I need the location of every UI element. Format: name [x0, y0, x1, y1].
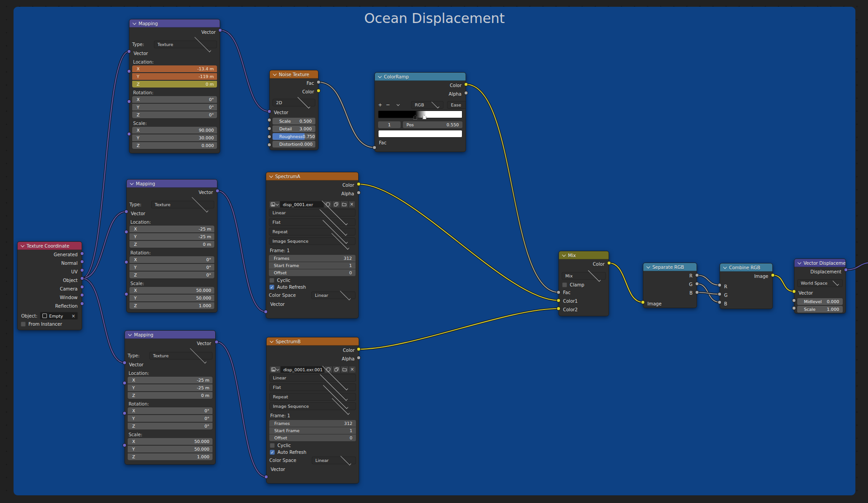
socket-noise-color-out[interactable] — [317, 89, 321, 93]
socket-noise-vector-in[interactable] — [268, 110, 272, 114]
axis-field-x[interactable]: X0° — [132, 96, 217, 103]
unlink-button[interactable]: × — [348, 201, 356, 208]
field-offset[interactable]: Offset0 — [269, 269, 356, 276]
collapse-chevron-icon[interactable] — [21, 243, 24, 247]
collapse-chevron-icon[interactable] — [798, 260, 801, 264]
remove-stop-button[interactable]: − — [386, 102, 390, 108]
axis-field-z[interactable]: Z0 m — [132, 81, 217, 88]
collapse-chevron-icon[interactable] — [723, 265, 727, 268]
axis-field-z[interactable]: Z0 m — [129, 241, 214, 248]
socket-colorramp-color-out[interactable] — [464, 83, 468, 87]
socket-mapping1-vector-out[interactable] — [218, 28, 222, 32]
socket-mapping2-vector-out[interactable] — [216, 189, 220, 193]
collapse-chevron-icon[interactable] — [128, 332, 132, 336]
field-start-frame[interactable]: Start Frame1 — [269, 427, 356, 434]
socket-noise-roughness-in[interactable] — [268, 135, 272, 139]
field-offset[interactable]: Offset0 — [269, 434, 356, 441]
node-header[interactable]: Noise Texture — [270, 70, 318, 78]
axis-field-y[interactable]: Y0° — [128, 415, 212, 422]
socket-texture-coordinate-window[interactable] — [80, 293, 84, 297]
collapse-chevron-icon[interactable] — [646, 264, 650, 268]
socket-mapping2-rotation-in[interactable] — [125, 260, 129, 264]
socket-mapping3-scale-in[interactable] — [123, 443, 127, 448]
object-field[interactable]: Empty× — [40, 312, 78, 320]
axis-field-x[interactable]: X0° — [128, 407, 212, 414]
duplicate-button[interactable] — [332, 201, 340, 208]
node-editor-canvas[interactable]: Ocean Displacement Texture CoordinateGen… — [0, 0, 868, 503]
socket-texture-coordinate-reflection[interactable] — [80, 302, 84, 306]
axis-field-z[interactable]: Z0° — [129, 272, 214, 278]
ramp-stop-1[interactable] — [422, 115, 426, 120]
ramp-pos-field[interactable]: Pos0.550 — [403, 121, 462, 128]
axis-field-y[interactable]: Y50.000 — [129, 295, 214, 301]
axis-field-y[interactable]: Y-119 m — [132, 73, 217, 80]
axis-field-x[interactable]: X90.000 — [132, 127, 217, 134]
collapse-chevron-icon[interactable] — [269, 174, 273, 177]
dropdown-texture[interactable]: Texture — [154, 41, 217, 48]
socket-combine-rgb-r-in[interactable] — [718, 283, 722, 287]
ramp-options-chevron-icon[interactable] — [397, 103, 400, 106]
image-browse-button[interactable] — [269, 201, 280, 208]
socket-vector-displacement-vector-in[interactable] — [792, 290, 796, 294]
socket-noise-fac-out[interactable] — [317, 80, 321, 84]
socket-separate-rgb-g-out[interactable] — [695, 282, 699, 286]
checkbox-cyclic[interactable] — [269, 278, 274, 283]
socket-mapping3-rotation-in[interactable] — [123, 411, 127, 415]
dropdown-interpolation[interactable]: Ease — [447, 101, 466, 109]
socket-spectrumb-color-out[interactable] — [357, 347, 361, 351]
field-start-frame[interactable]: Start Frame1 — [269, 262, 356, 269]
socket-mapping1-rotation-in[interactable] — [127, 100, 131, 104]
checkbox-auto-refresh[interactable]: ✓ — [270, 450, 275, 455]
socket-mapping2-scale-in[interactable] — [125, 292, 129, 296]
socket-mapping3-vector-in[interactable] — [123, 361, 127, 365]
node-header[interactable]: Combine RGB — [720, 263, 772, 272]
dropdown-linear[interactable]: Linear — [311, 291, 356, 299]
axis-field-x[interactable]: X0° — [129, 256, 214, 263]
socket-mapping3-location-in[interactable] — [123, 381, 127, 385]
dropdown-linear[interactable]: Linear — [269, 374, 356, 382]
socket-spectruma-alpha-out[interactable] — [357, 191, 361, 195]
unlink-button[interactable]: × — [349, 366, 356, 373]
socket-combine-rgb-b-in[interactable] — [718, 300, 722, 305]
axis-field-x[interactable]: X50.000 — [129, 287, 214, 294]
node-header[interactable]: Mapping — [127, 180, 217, 188]
checkbox-auto-refresh[interactable]: ✓ — [269, 285, 274, 290]
close-icon[interactable]: × — [72, 314, 75, 318]
node-header[interactable]: Mapping — [125, 331, 215, 339]
socket-separate-rgb-r-out[interactable] — [695, 273, 699, 277]
socket-colorramp-fac-in[interactable] — [373, 146, 377, 150]
socket-separate-rgb-image-in[interactable] — [641, 300, 645, 305]
field-frames[interactable]: Frames312 — [269, 420, 356, 427]
socket-spectruma-color-out[interactable] — [357, 182, 361, 186]
collapse-chevron-icon[interactable] — [562, 253, 566, 256]
colorramp-gradient-bar[interactable] — [378, 111, 462, 118]
ramp-stop-0[interactable] — [413, 115, 417, 120]
node-header[interactable]: SpectrumA — [266, 172, 358, 180]
value-slider-scale[interactable]: Scale0.500 — [272, 118, 315, 125]
axis-field-z[interactable]: Z0° — [128, 423, 212, 429]
collapse-chevron-icon[interactable] — [270, 339, 273, 342]
value-slider-distortion[interactable]: Distortion0.000 — [272, 141, 315, 148]
node-header[interactable]: Texture Coordinate — [18, 242, 82, 250]
dropdown-2d[interactable]: 2D — [272, 99, 315, 106]
socket-mapping1-scale-in[interactable] — [127, 132, 131, 136]
open-file-button[interactable] — [340, 201, 348, 208]
socket-vector-displacement-displacement-out[interactable] — [844, 268, 848, 272]
dropdown-texture[interactable]: Texture — [151, 201, 214, 208]
socket-vector-displacement-scale-in[interactable] — [792, 306, 796, 310]
socket-colorramp-alpha-out[interactable] — [464, 91, 468, 95]
axis-field-z[interactable]: Z1.000 — [128, 453, 212, 460]
socket-mapping2-vector-in[interactable] — [125, 210, 129, 214]
checkbox-clamp[interactable] — [562, 282, 567, 287]
socket-noise-detail-in[interactable] — [268, 127, 272, 131]
axis-field-y[interactable]: Y-25 m — [128, 384, 212, 391]
image-browse-button[interactable] — [269, 366, 281, 373]
image-name-field[interactable]: disp_0001.exr — [280, 201, 324, 208]
socket-texture-coordinate-camera[interactable] — [80, 285, 84, 289]
socket-texture-coordinate-generated[interactable] — [80, 252, 84, 256]
socket-vector-displacement-midlevel-in[interactable] — [792, 299, 796, 303]
checkbox-from-instancer[interactable] — [21, 322, 26, 327]
node-header[interactable]: ColorRamp — [375, 73, 466, 81]
socket-texture-coordinate-normal[interactable] — [80, 260, 84, 264]
checkbox-cyclic[interactable] — [270, 443, 275, 448]
